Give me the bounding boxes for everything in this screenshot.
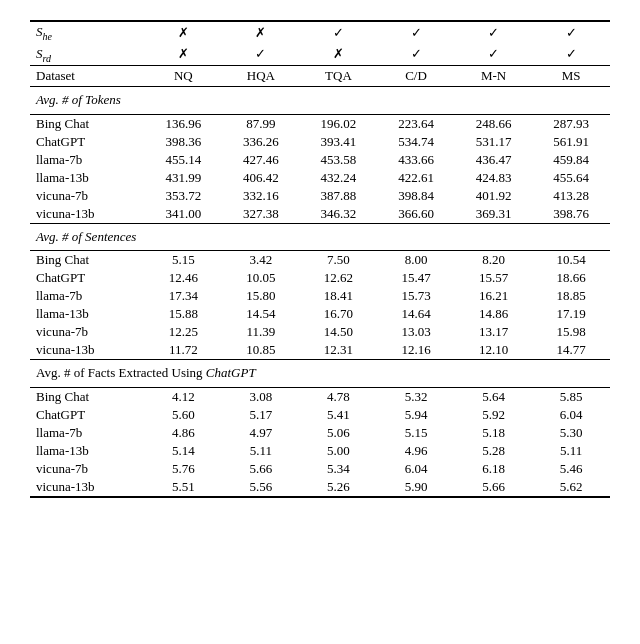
she-ms: ✓ (532, 21, 610, 44)
tokens-bingchat-model: Bing Chat (30, 114, 145, 133)
section1-header: Avg. # of Tokens (30, 87, 610, 112)
srd-nq: ✗ (145, 44, 223, 66)
facts-bingchat-row: Bing Chat 4.12 3.08 4.78 5.32 5.64 5.85 (30, 387, 610, 406)
sentences-bingchat-row: Bing Chat 5.15 3.42 7.50 8.00 8.20 10.54 (30, 251, 610, 270)
tokens-llama13b-row: llama-13b 431.99 406.42 432.24 422.61 42… (30, 169, 610, 187)
tokens-bingchat-row: Bing Chat 136.96 87.99 196.02 223.64 248… (30, 114, 610, 133)
srd-row: Srd ✗ ✓ ✗ ✓ ✓ ✓ (30, 44, 610, 66)
tokens-bingchat-hqa: 87.99 (222, 114, 300, 133)
tokens-chatgpt-model: ChatGPT (30, 133, 145, 151)
sentences-vicuna7b-row: vicuna-7b 12.25 11.39 14.50 13.03 13.17 … (30, 323, 610, 341)
sentences-llama7b-row: llama-7b 17.34 15.80 18.41 15.73 16.21 1… (30, 287, 610, 305)
srd-label: Srd (30, 44, 145, 66)
section3-title-italic: ChatGPT (206, 365, 256, 380)
cd-col-header: C/D (377, 66, 455, 87)
nq-col-header: NQ (145, 66, 223, 87)
ms-col-header: MS (532, 66, 610, 87)
dataset-col-header: Dataset (30, 66, 145, 87)
section2-header: Avg. # of Sentences (30, 223, 610, 248)
section3-header: Avg. # of Facts Extracted Using ChatGPT (30, 360, 610, 385)
she-mn: ✓ (455, 21, 533, 44)
srd-hqa: ✓ (222, 44, 300, 66)
main-table: She ✗ ✗ ✓ ✓ ✓ ✓ Srd ✗ ✓ ✗ ✓ ✓ ✓ Dataset … (30, 20, 610, 498)
srd-tqa: ✗ (300, 44, 378, 66)
tokens-bingchat-ms: 287.93 (532, 114, 610, 133)
tokens-llama7b-row: llama-7b 455.14 427.46 453.58 433.66 436… (30, 151, 610, 169)
tokens-vicuna7b-row: vicuna-7b 353.72 332.16 387.88 398.84 40… (30, 187, 610, 205)
she-nq: ✗ (145, 21, 223, 44)
section3-title-text: Avg. # of Facts Extracted Using (36, 365, 203, 380)
sentences-chatgpt-row: ChatGPT 12.46 10.05 12.62 15.47 15.57 18… (30, 269, 610, 287)
tokens-bingchat-tqa: 196.02 (300, 114, 378, 133)
column-headers-row: Dataset NQ HQA TQA C/D M-N MS (30, 66, 610, 87)
facts-chatgpt-row: ChatGPT 5.60 5.17 5.41 5.94 5.92 6.04 (30, 406, 610, 424)
facts-llama7b-row: llama-7b 4.86 4.97 5.06 5.15 5.18 5.30 (30, 424, 610, 442)
tokens-vicuna13b-row: vicuna-13b 341.00 327.38 346.32 366.60 3… (30, 205, 610, 224)
tokens-bingchat-mn: 248.66 (455, 114, 533, 133)
mn-col-header: M-N (455, 66, 533, 87)
she-label: She (30, 21, 145, 44)
facts-vicuna7b-row: vicuna-7b 5.76 5.66 5.34 6.04 6.18 5.46 (30, 460, 610, 478)
she-tqa: ✓ (300, 21, 378, 44)
tokens-bingchat-nq: 136.96 (145, 114, 223, 133)
she-row: She ✗ ✗ ✓ ✓ ✓ ✓ (30, 21, 610, 44)
sentences-llama13b-row: llama-13b 15.88 14.54 16.70 14.64 14.86 … (30, 305, 610, 323)
srd-mn: ✓ (455, 44, 533, 66)
she-cd: ✓ (377, 21, 455, 44)
srd-ms: ✓ (532, 44, 610, 66)
tokens-chatgpt-row: ChatGPT 398.36 336.26 393.41 534.74 531.… (30, 133, 610, 151)
sentences-vicuna13b-row: vicuna-13b 11.72 10.85 12.31 12.16 12.10… (30, 341, 610, 360)
tokens-bingchat-cd: 223.64 (377, 114, 455, 133)
facts-llama13b-row: llama-13b 5.14 5.11 5.00 4.96 5.28 5.11 (30, 442, 610, 460)
hqa-col-header: HQA (222, 66, 300, 87)
she-hqa: ✗ (222, 21, 300, 44)
srd-cd: ✓ (377, 44, 455, 66)
tqa-col-header: TQA (300, 66, 378, 87)
facts-vicuna13b-row: vicuna-13b 5.51 5.56 5.26 5.90 5.66 5.62 (30, 478, 610, 497)
